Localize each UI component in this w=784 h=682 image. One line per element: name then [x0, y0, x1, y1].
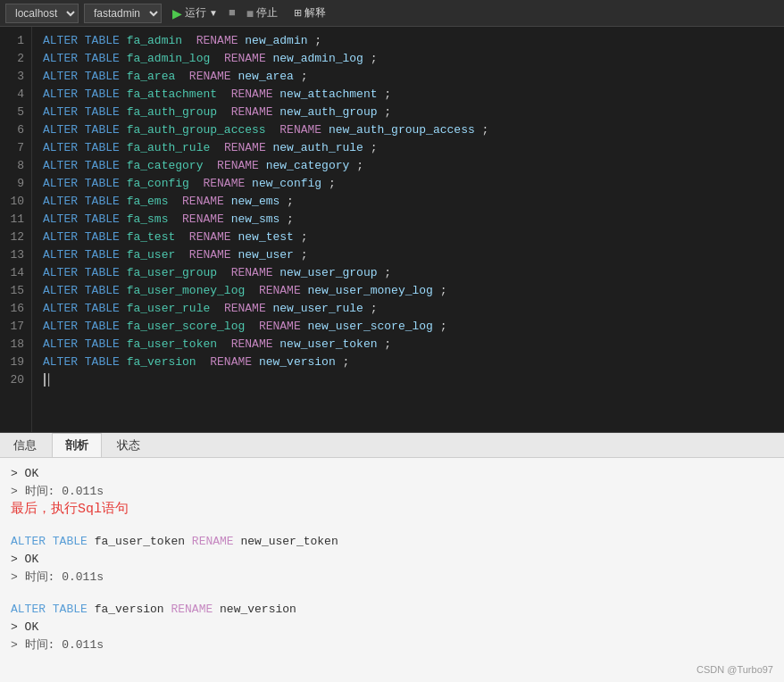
table-name: fa_user_score_log	[127, 320, 246, 333]
database-select[interactable]: fastadmin	[84, 4, 162, 23]
line-number: 7	[0, 139, 31, 157]
keyword-rename: RENAME	[196, 34, 238, 47]
keyword-alter-table: ALTER TABLE	[43, 266, 120, 279]
code-line: ALTER TABLE fa_attachment RENAME new_att…	[43, 86, 773, 104]
code-line: ALTER TABLE fa_ems RENAME new_ems ;	[43, 193, 773, 211]
keyword-alter-table: ALTER TABLE	[43, 105, 120, 119]
table-name: fa_user	[127, 248, 176, 262]
code-line: ALTER TABLE fa_user_token RENAME new_use…	[43, 336, 773, 353]
line-number: 18	[0, 336, 31, 353]
new-table-name: new_config	[252, 177, 321, 190]
line-number: 9	[0, 175, 31, 193]
table-name: fa_test	[127, 230, 176, 244]
tab-bar: 信息剖析状态	[0, 433, 784, 458]
keyword-alter-table: ALTER TABLE	[43, 177, 120, 190]
separator: ■	[229, 6, 236, 20]
line-number: 12	[0, 229, 31, 246]
explain-icon: ⊞	[294, 7, 302, 19]
keyword-rename: RENAME	[224, 52, 266, 65]
table-name: fa_category	[127, 159, 204, 172]
keyword-alter-table: ALTER TABLE	[43, 123, 120, 137]
new-table-name: new_sms	[231, 212, 280, 226]
table-name: fa_version	[127, 355, 196, 369]
ok-status-3: > OK	[11, 619, 773, 636]
keyword-rename: RENAME	[224, 141, 266, 154]
line-number: 8	[0, 157, 31, 175]
connection-select[interactable]: localhost	[5, 4, 79, 23]
code-line: ALTER TABLE fa_auth_group_access RENAME …	[43, 121, 773, 139]
tab-信息[interactable]: 信息	[0, 433, 50, 457]
keyword-alter-table: ALTER TABLE	[43, 159, 120, 172]
highlight-text: 最后，执行Sql语句	[11, 502, 129, 517]
line-numbers: 1234567891011121314151617181920	[0, 27, 32, 432]
tab-状态[interactable]: 状态	[104, 433, 154, 457]
code-line: ALTER TABLE fa_admin RENAME new_admin ;	[43, 32, 773, 50]
line-number: 4	[0, 86, 31, 104]
table-name: fa_ems	[127, 195, 169, 208]
ok-status-2: > OK	[11, 551, 773, 569]
code-line: ALTER TABLE fa_config RENAME new_config …	[43, 175, 773, 193]
keyword-rename: RENAME	[217, 159, 259, 172]
run-icon: ▶	[172, 6, 182, 21]
dropdown-icon: ▼	[209, 8, 218, 18]
line-number: 5	[0, 104, 31, 121]
new-table-name: new_admin_log	[273, 52, 363, 65]
keyword-rename: RENAME	[259, 284, 301, 297]
line-number: 13	[0, 246, 31, 264]
line-number: 1	[0, 32, 31, 50]
new-table-name: new_category	[266, 159, 350, 172]
explain-label: 解释	[304, 5, 326, 21]
new-table-name: new_user_score_log	[308, 320, 433, 333]
keyword-alter-table: ALTER TABLE	[43, 302, 120, 315]
new-table-name: new_admin	[245, 34, 307, 47]
keyword-rename: RENAME	[182, 212, 224, 226]
table-name: fa_user_rule	[127, 302, 211, 315]
explain-button[interactable]: ⊞ 解释	[288, 4, 331, 22]
keyword-rename: RENAME	[259, 320, 301, 333]
keyword-rename: RENAME	[231, 87, 273, 101]
line-number: 6	[0, 121, 31, 139]
table-name: fa_area	[127, 70, 176, 83]
keyword-rename: RENAME	[189, 230, 231, 244]
run-button[interactable]: ▶ 运行 ▼	[167, 4, 223, 22]
time-line: > 时间: 0.011s	[11, 483, 773, 501]
time-line-3: > 时间: 0.011s	[11, 636, 773, 654]
table-name: fa_admin	[127, 34, 182, 47]
keyword-alter-table: ALTER TABLE	[43, 248, 120, 262]
table-name: fa_admin_log	[127, 52, 211, 65]
code-line: │	[43, 371, 773, 389]
new-table-name: new_version	[259, 355, 336, 369]
line-number: 17	[0, 318, 31, 336]
new-table-name: new_auth_group_access	[329, 123, 475, 137]
line-number: 2	[0, 50, 31, 68]
code-line: ALTER TABLE fa_user_money_log RENAME new…	[43, 282, 773, 300]
time-line-2: > 时间: 0.011s	[11, 569, 773, 586]
tab-剖析[interactable]: 剖析	[52, 433, 102, 457]
code-line: ALTER TABLE fa_area RENAME new_area ;	[43, 68, 773, 86]
stop-label: 停止	[256, 5, 278, 21]
table-name: fa_attachment	[127, 87, 217, 101]
line-number: 16	[0, 300, 31, 318]
keyword-alter-table: ALTER TABLE	[43, 337, 120, 351]
keyword-alter-table: ALTER TABLE	[43, 195, 120, 208]
table-name: fa_auth_rule	[127, 141, 211, 154]
keyword-alter-table: ALTER TABLE	[43, 87, 120, 101]
code-line: ALTER TABLE fa_admin_log RENAME new_admi…	[43, 50, 773, 68]
new-table-name: new_user_money_log	[308, 284, 433, 297]
new-table-name: new_user_token	[279, 337, 377, 351]
keyword-alter-table: ALTER TABLE	[43, 212, 120, 226]
line-number: 10	[0, 193, 31, 211]
new-table-name: new_user	[238, 248, 293, 262]
line-number: 19	[0, 353, 31, 371]
table-name: fa_user_token	[127, 337, 217, 351]
code-content[interactable]: ALTER TABLE fa_admin RENAME new_admin ;A…	[32, 27, 784, 432]
table-name: fa_auth_group_access	[127, 123, 266, 137]
keyword-alter-table: ALTER TABLE	[43, 52, 120, 65]
line-number: 15	[0, 282, 31, 300]
sql-statement-1: ALTER TABLE fa_user_token RENAME new_use…	[11, 533, 773, 551]
keyword-alter-table: ALTER TABLE	[43, 230, 120, 244]
stop-button[interactable]: ■ 停止	[241, 4, 283, 22]
table-name: fa_user_money_log	[127, 284, 246, 297]
code-line: ALTER TABLE fa_sms RENAME new_sms ;	[43, 211, 773, 229]
code-line: ALTER TABLE fa_test RENAME new_test ;	[43, 229, 773, 246]
